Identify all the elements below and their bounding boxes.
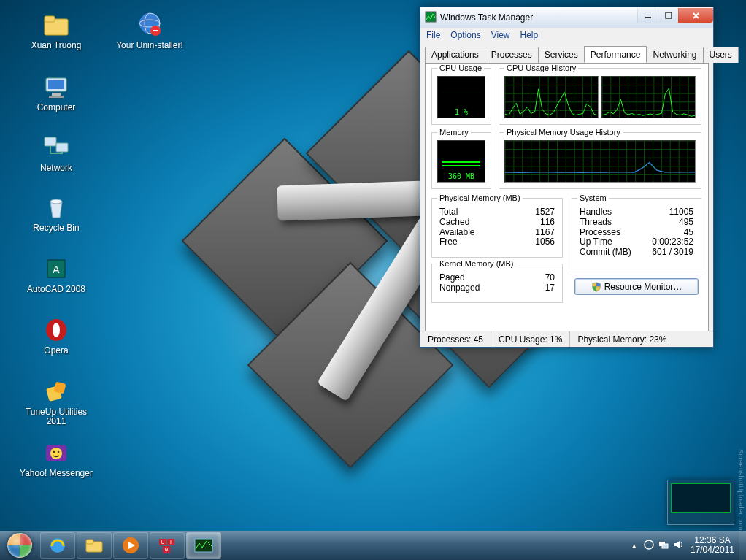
icon-label: Opera	[44, 346, 68, 356]
folder-icon	[42, 10, 71, 39]
memory-history-group: Physical Memory Usage History	[499, 132, 701, 189]
trash-icon	[42, 193, 71, 222]
svg-rect-9	[49, 96, 64, 98]
memory-history-graph	[504, 140, 696, 183]
desktop-icon-opera[interactable]: Opera	[16, 315, 96, 356]
cpu-history-legend: CPU Usage History	[504, 64, 578, 72]
desktop-icon-yahoo-messenger[interactable]: Yahoo! Messenger	[16, 438, 96, 478]
taskbar-explorer[interactable]	[77, 532, 112, 559]
svg-point-16	[53, 323, 60, 337]
desktop-icon-your-unin-staller-[interactable]: Your Unin-staller!	[109, 10, 190, 50]
cpu-usage-legend: CPU Usage	[437, 64, 484, 72]
system-legend: System	[577, 193, 609, 202]
minimize-button[interactable]	[637, 8, 658, 23]
svg-rect-8	[52, 93, 61, 96]
menu-help[interactable]: Help	[520, 30, 539, 40]
windows-orb-icon	[7, 533, 32, 558]
svg-point-21	[53, 451, 55, 453]
tabstrip: Applications Processes Services Performa…	[420, 42, 713, 63]
cpu-usage-value: 1 %	[438, 108, 485, 116]
tab-networking[interactable]: Networking	[646, 47, 703, 63]
taskbar-thumbnail-preview[interactable]	[667, 480, 734, 525]
statusbar: Processes: 45 CPU Usage: 1% Physical Mem…	[420, 331, 713, 347]
tab-performance[interactable]: Performance	[584, 46, 647, 63]
icon-label: Xuan Truong	[31, 41, 82, 50]
desktop-icon-recycle-bin[interactable]: Recycle Bin	[16, 193, 96, 233]
desktop-icon-xuan-truong[interactable]: Xuan Truong	[16, 10, 96, 50]
cpu-history-core0	[504, 76, 599, 118]
taskbar-unikey[interactable]: UIN	[150, 532, 185, 559]
svg-rect-24	[645, 17, 651, 18]
opera-icon	[42, 315, 71, 345]
tray-icon-1[interactable]	[644, 540, 654, 551]
svg-rect-87	[86, 540, 93, 544]
cad-icon: A	[42, 254, 71, 283]
taskbar-wmp[interactable]	[113, 532, 148, 559]
taskbar-ie[interactable]	[40, 532, 75, 559]
resource-monitor-button[interactable]: Resource Monitor…	[574, 278, 699, 295]
globe-icon	[135, 10, 164, 39]
system-group: System Handles11005Threads495Processes45…	[572, 198, 701, 269]
close-button[interactable]	[678, 8, 713, 23]
svg-rect-10	[45, 137, 56, 146]
svg-text:A: A	[53, 264, 60, 275]
tab-processes[interactable]: Processes	[485, 47, 539, 63]
taskbar: UIN ▴ 12:36 SA 17/04/2011	[0, 531, 746, 560]
computer-icon	[42, 72, 71, 101]
svg-point-22	[58, 451, 60, 453]
tray-clock[interactable]: 12:36 SA 17/04/2011	[691, 536, 734, 555]
desktop-icon-network[interactable]: Network	[16, 133, 96, 173]
taskbar-taskmgr[interactable]	[186, 532, 221, 559]
desktop-icon-autocad-2008[interactable]: AAutoCAD 2008	[16, 254, 96, 294]
svg-rect-11	[56, 143, 68, 152]
watermark: ScreenshotUploader.com	[737, 449, 745, 531]
kernel-memory-group: Kernel Memory (MB) Paged70Nonpaged17	[431, 264, 563, 303]
tuneup-icon	[42, 377, 71, 406]
memory-legend: Memory	[437, 128, 471, 137]
svg-text:I: I	[170, 540, 172, 545]
svg-text:N: N	[164, 547, 168, 552]
svg-rect-5	[153, 30, 158, 31]
svg-rect-7	[48, 80, 64, 89]
status-cpu: CPU Usage: 1%	[491, 331, 570, 347]
performance-panel: CPU Usage 1 % CPU Usage History Memory 3…	[425, 63, 709, 342]
cpu-history-core1	[601, 76, 696, 118]
tab-users[interactable]: Users	[703, 47, 739, 63]
memory-group: Memory 360 MB	[431, 132, 491, 189]
menu-file[interactable]: File	[426, 30, 440, 40]
show-desktop-button[interactable]	[739, 531, 746, 560]
tray-volume-icon[interactable]	[673, 540, 683, 551]
physical-legend: Physical Memory (MB)	[437, 193, 523, 202]
svg-marker-100	[674, 541, 680, 548]
physical-memory-group: Physical Memory (MB) Total1527Cached116A…	[431, 198, 563, 258]
system-tray: ▴ 12:36 SA 17/04/2011	[632, 536, 739, 555]
tray-icon-2[interactable]	[658, 540, 669, 551]
taskmgr-icon	[425, 11, 437, 25]
tray-date: 17/04/2011	[691, 545, 734, 555]
svg-rect-99	[662, 544, 668, 548]
menubar: File Options View Help	[420, 28, 713, 42]
titlebar[interactable]: Windows Task Manager	[420, 7, 713, 28]
svg-point-12	[50, 199, 62, 204]
icon-label: Network	[40, 164, 72, 173]
maximize-button[interactable]	[658, 8, 678, 23]
yahoo-icon	[42, 438, 71, 467]
desktop-icon-tuneup-utilities-2011[interactable]: TuneUp Utilities 2011	[16, 377, 96, 426]
cpu-history-group: CPU Usage History	[499, 68, 701, 125]
tray-chevron-icon[interactable]: ▴	[632, 541, 637, 551]
cpu-usage-meter: 1 %	[437, 76, 485, 118]
svg-rect-25	[666, 12, 672, 18]
desktop-icon-computer[interactable]: Computer	[16, 72, 96, 112]
menu-view[interactable]: View	[491, 30, 510, 40]
start-button[interactable]	[0, 531, 39, 560]
tab-services[interactable]: Services	[538, 47, 585, 63]
memory-value: 360 MB	[438, 172, 485, 180]
svg-point-97	[645, 540, 653, 549]
menu-options[interactable]: Options	[450, 30, 480, 40]
status-memory: Physical Memory: 23%	[570, 331, 713, 347]
svg-rect-1	[45, 16, 55, 22]
resource-monitor-label: Resource Monitor…	[604, 282, 682, 292]
svg-text:U: U	[161, 540, 164, 545]
tab-applications[interactable]: Applications	[425, 47, 485, 63]
memory-meter: 360 MB	[437, 140, 485, 183]
